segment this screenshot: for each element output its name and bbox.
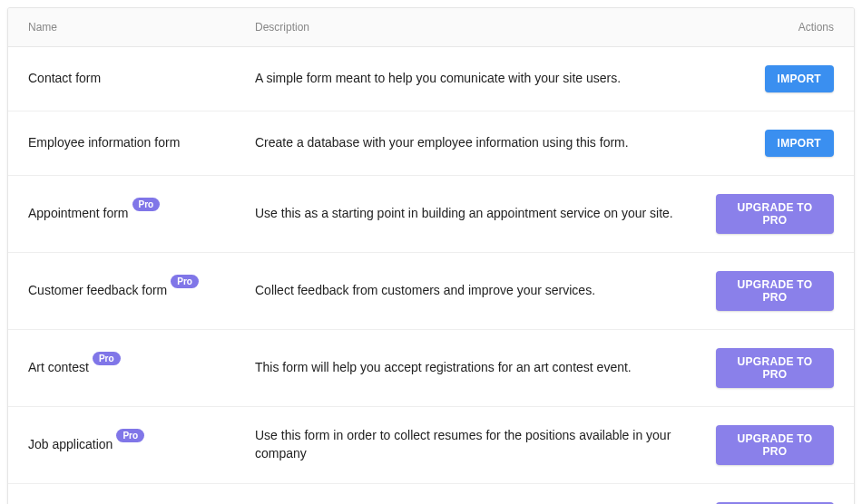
template-description: Collect feedback from customers and impr… (255, 282, 716, 300)
upgrade-to-pro-button[interactable]: UPGRADE TO PRO (716, 348, 834, 388)
table-row: Employee information formCreate a databa… (8, 111, 854, 176)
template-name: Employee information form (28, 134, 180, 152)
template-description: Use this as a starting point in building… (255, 205, 716, 223)
template-description: A simple form meant to help you comunica… (255, 70, 716, 88)
template-name: Contact form (28, 70, 101, 88)
template-name: Appointment form (28, 205, 129, 223)
template-name-cell: Appointment formPro (28, 205, 255, 223)
header-name: Name (28, 21, 255, 34)
template-name-cell: Art contestPro (28, 359, 255, 377)
header-actions: Actions (716, 21, 834, 34)
pro-badge: Pro (93, 352, 121, 365)
templates-table: Name Description Actions Contact formA s… (7, 7, 855, 504)
pro-badge: Pro (171, 275, 199, 288)
header-description: Description (255, 21, 716, 34)
template-action-cell: IMPORT (716, 65, 834, 92)
template-name-cell: Job applicationPro (28, 436, 255, 454)
template-name-cell: Customer feedback formPro (28, 282, 255, 300)
template-description: This form will help you accept registrat… (255, 359, 716, 377)
upgrade-to-pro-button[interactable]: UPGRADE TO PRO (716, 425, 834, 465)
template-description: Use this form in order to collect resume… (255, 427, 716, 462)
upgrade-to-pro-button[interactable]: UPGRADE TO PRO (716, 194, 834, 234)
template-name: Art contest (28, 359, 89, 377)
template-description: Create a database with your employee inf… (255, 134, 716, 152)
table-row: Contact formA simple form meant to help … (8, 47, 854, 111)
table-row: Job applicationProUse this form in order… (8, 407, 854, 484)
upgrade-to-pro-button[interactable]: UPGRADE TO PRO (716, 271, 834, 311)
template-name-cell: Contact form (28, 70, 255, 88)
table-row: Gaming tournament registrationProAllow E… (8, 484, 854, 504)
template-name: Customer feedback form (28, 282, 167, 300)
table-row: Art contestProThis form will help you ac… (8, 330, 854, 407)
table-header: Name Description Actions (8, 8, 854, 47)
import-button[interactable]: IMPORT (765, 65, 834, 92)
template-name: Job application (28, 436, 113, 454)
table-row: Appointment formProUse this as a startin… (8, 176, 854, 253)
pro-badge: Pro (132, 198, 161, 211)
template-action-cell: UPGRADE TO PRO (716, 194, 834, 234)
template-name-cell: Employee information form (28, 134, 255, 152)
pro-badge: Pro (116, 429, 144, 442)
template-action-cell: UPGRADE TO PRO (716, 425, 834, 465)
table-row: Customer feedback formProCollect feedbac… (8, 253, 854, 330)
template-action-cell: UPGRADE TO PRO (716, 348, 834, 388)
import-button[interactable]: IMPORT (765, 130, 834, 157)
template-action-cell: IMPORT (716, 130, 834, 157)
template-action-cell: UPGRADE TO PRO (716, 271, 834, 311)
